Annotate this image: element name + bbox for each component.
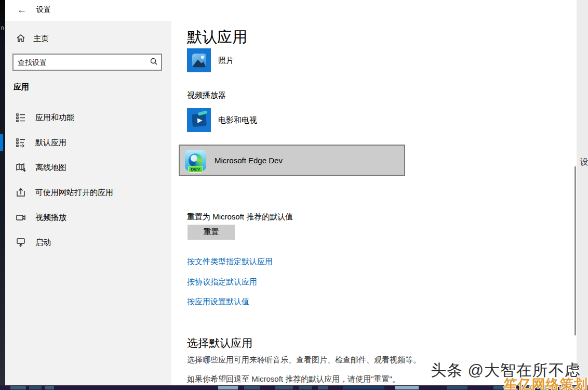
background-window-right-edge: 设 [577,0,588,386]
sidebar-item-offline-maps[interactable]: 离线地图 [5,157,171,178]
photo-app-name: 照片 [218,56,234,66]
reset-button[interactable]: 重置 [188,225,235,240]
default-apps-icon [16,137,26,148]
photos-app-icon [187,48,211,72]
sidebar-item-label: 启动 [35,238,51,248]
search-box [12,54,162,71]
sidebar-item-label: 应用和功能 [35,113,74,123]
sidebar-item-video-playback[interactable]: 视频播放 [5,207,171,228]
background-window-left-edge: n [0,0,5,390]
reset-caption: 重置为 Microsoft 推荐的默认值 [187,212,293,222]
background-partial-char: 设 [580,156,588,168]
movies-tv-app-icon: ▶ [187,108,211,132]
vertical-scrollbar[interactable] [574,166,576,335]
browser-app-name: Microsoft Edge Dev [215,156,283,165]
video-playback-icon [16,212,26,223]
selected-accent-bar [0,134,3,151]
sidebar-item-label: 默认应用 [35,138,66,148]
default-video-app[interactable]: ▶ 电影和电视 [184,105,260,135]
sidebar: 主页 应用 应用和功能 [5,21,171,386]
edge-dev-app-icon: DEV [185,150,206,171]
watermark-brand: 笙亿网络策划 [504,375,588,390]
background-bottom-strip [0,385,588,390]
sidebar-item-apps-features[interactable]: 应用和功能 [5,107,171,128]
search-icon[interactable] [146,57,161,67]
apps-features-icon [16,112,26,123]
choose-default-apps-description: 选择哪些应用可用来聆听音乐、查看图片、检查邮件、观看视频等。 [187,355,421,365]
background-partial-text: n [1,25,4,31]
offline-maps-icon [16,162,26,173]
sidebar-section-label: 应用 [14,82,29,92]
sidebar-item-label: 离线地图 [35,163,66,173]
window-title: 设置 [36,5,51,15]
edge-dev-badge: DEV [188,166,204,173]
settings-window: ← 设置 — □ ✕ 主页 应用 [5,0,577,386]
sidebar-item-label: 可使用网站打开的应用 [35,188,113,198]
sidebar-item-label: 视频播放 [35,213,66,223]
sidebar-item-home[interactable]: 主页 [11,31,53,46]
link-defaults-by-app[interactable]: 按应用设置默认值 [187,297,249,307]
link-defaults-by-protocol[interactable]: 按协议指定默认应用 [187,277,257,287]
sidebar-item-startup[interactable]: 启动 [5,232,171,253]
sidebar-item-default-apps[interactable]: 默认应用 [5,132,171,153]
default-browser-app[interactable]: DEV Microsoft Edge Dev [179,145,405,176]
search-input[interactable] [14,58,146,67]
back-button[interactable]: ← [15,3,29,17]
video-app-name: 电影和电视 [218,115,257,125]
home-icon [16,33,26,44]
sidebar-item-apps-for-websites[interactable]: 可使用网站打开的应用 [5,182,171,203]
default-photo-app[interactable]: 照片 [184,45,237,75]
startup-icon [16,237,26,248]
main-content: 默认应用 照片 视频播放器 ▶ 电影和电视 Web 浏览器 [171,0,577,386]
page-title: 默认应用 [187,27,247,48]
sidebar-home-label: 主页 [33,34,49,44]
apps-for-websites-icon [16,187,26,198]
video-player-category-label: 视频播放器 [187,90,226,100]
choose-default-apps-hint: 如果你希望回退至 Microsoft 推荐的默认应用，请使用"重置"。 [187,374,400,384]
back-icon: ← [17,4,27,16]
choose-default-apps-title: 选择默认应用 [187,336,252,350]
link-defaults-by-filetype[interactable]: 按文件类型指定默认应用 [187,257,273,267]
